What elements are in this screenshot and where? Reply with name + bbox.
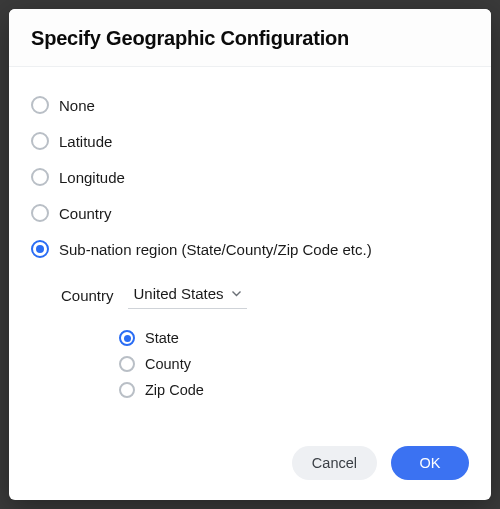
option-latitude-label: Latitude <box>59 133 112 150</box>
radio-icon <box>31 96 49 114</box>
option-latitude[interactable]: Latitude <box>31 123 469 159</box>
radio-icon <box>31 168 49 186</box>
option-longitude[interactable]: Longitude <box>31 159 469 195</box>
dialog-title: Specify Geographic Configuration <box>31 27 469 50</box>
chevron-down-icon <box>232 291 241 297</box>
radio-icon <box>119 356 135 372</box>
level-state[interactable]: State <box>119 325 469 351</box>
country-row: Country United States <box>61 273 469 319</box>
country-dropdown[interactable]: United States <box>128 281 247 309</box>
radio-icon <box>119 382 135 398</box>
option-country[interactable]: Country <box>31 195 469 231</box>
ok-button[interactable]: OK <box>391 446 469 480</box>
radio-icon <box>31 132 49 150</box>
option-country-label: Country <box>59 205 112 222</box>
subnation-config: Country United States State County <box>31 267 469 403</box>
dialog-footer: Cancel OK <box>9 432 491 500</box>
level-zip[interactable]: Zip Code <box>119 377 469 403</box>
option-subnation-label: Sub-nation region (State/County/Zip Code… <box>59 241 372 258</box>
option-none[interactable]: None <box>31 87 469 123</box>
level-county-label: County <box>145 356 191 372</box>
radio-icon <box>31 204 49 222</box>
radio-icon <box>31 240 49 258</box>
radio-icon <box>119 330 135 346</box>
geo-config-dialog: Specify Geographic Configuration None La… <box>9 9 491 500</box>
dialog-body: None Latitude Longitude Country Sub-nati… <box>9 67 491 432</box>
level-zip-label: Zip Code <box>145 382 204 398</box>
country-field-label: Country <box>61 287 114 304</box>
level-county[interactable]: County <box>119 351 469 377</box>
level-state-label: State <box>145 330 179 346</box>
subnation-levels: State County Zip Code <box>61 319 469 403</box>
option-subnation[interactable]: Sub-nation region (State/County/Zip Code… <box>31 231 469 267</box>
cancel-button[interactable]: Cancel <box>292 446 377 480</box>
option-none-label: None <box>59 97 95 114</box>
option-longitude-label: Longitude <box>59 169 125 186</box>
country-dropdown-value: United States <box>134 285 224 302</box>
dialog-header: Specify Geographic Configuration <box>9 9 491 67</box>
